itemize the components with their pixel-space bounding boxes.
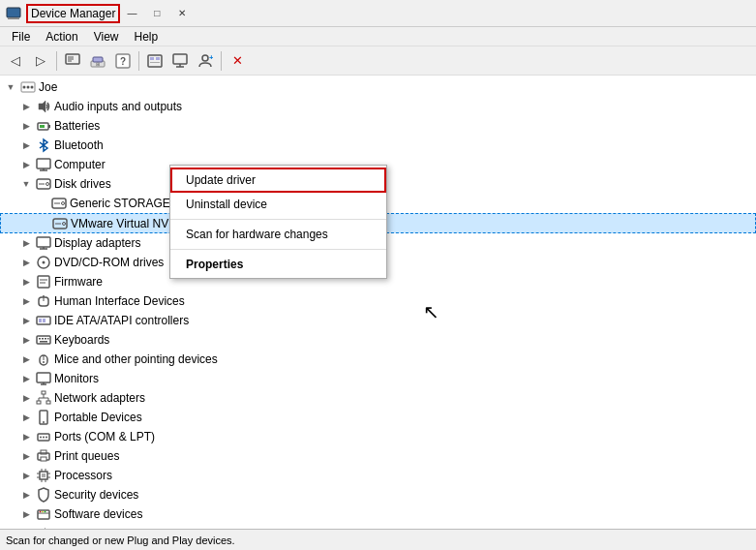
icon-bluetooth [36,138,51,153]
icon-dvd [36,255,51,270]
expand-display[interactable]: ▶ [19,236,33,250]
add-driver-button[interactable]: + [194,49,217,73]
expand-portable[interactable]: ▶ [19,411,33,424]
expand-bluetooth[interactable]: ▶ [19,138,33,152]
menu-view[interactable]: View [86,28,127,46]
tree-item-network[interactable]: ▶ Network adapters [0,388,756,408]
window-controls: — □ ✕ [120,5,194,22]
svg-rect-12 [148,55,162,67]
expand-security[interactable]: ▶ [19,488,33,502]
expand-processors[interactable]: ▶ [19,469,33,482]
tree-item-ide[interactable]: ▶ IDE ATA/ATAPI controllers [0,311,756,330]
tree-item-portable[interactable]: ▶ Portable Devices [0,408,756,427]
ctx-uninstall-device[interactable]: Uninstall device [170,193,386,216]
expand-network[interactable]: ▶ [19,391,33,405]
toolbar-separator-3 [221,51,222,71]
ctx-properties[interactable]: Properties [170,253,386,276]
status-bar: Scan for changed or new Plug and Play de… [0,529,756,550]
toolbar: ◁ ▷ ⊞ ? [0,46,756,76]
ctx-update-driver[interactable]: Update driver [170,168,386,193]
menu-file[interactable]: File [4,28,38,46]
app-icon [6,6,21,21]
tree-item-keyboards[interactable]: ▶ Keyboards [0,330,756,350]
label-display: Display adapters [54,236,140,250]
tree-item-audio[interactable]: ▶ Audio inputs and outputs [0,97,756,116]
expand-firmware[interactable]: ▶ [19,275,33,289]
maximize-button[interactable]: □ [145,5,168,22]
expand-ports[interactable]: ▶ [19,430,33,443]
svg-point-19 [202,55,208,61]
icon-portable [36,410,51,425]
expand-ide[interactable]: ▶ [19,314,33,327]
tree-item-software[interactable]: ▶ Software devices [0,504,756,524]
expand-joe[interactable]: ▼ [4,80,17,94]
svg-point-34 [46,183,49,186]
icon-security [36,487,51,503]
expand-batteries[interactable]: ▶ [19,119,33,133]
svg-rect-69 [37,401,41,404]
tree-item-joe[interactable]: ▼ Joe [0,77,756,97]
icon-vmware [52,216,68,231]
icon-mice [36,351,51,367]
tree-item-monitors[interactable]: ▶ Monitors [0,369,756,388]
label-processors: Processors [54,469,112,482]
ctx-update-driver-label: Update driver [186,173,256,187]
expand-monitors[interactable]: ▶ [19,372,33,385]
tree-item-batteries[interactable]: ▶ Batteries [0,116,756,136]
tree-item-security[interactable]: ▶ Security devices [0,485,756,504]
label-joe: Joe [39,80,57,94]
expand-vmware [36,217,49,230]
svg-rect-55 [43,319,45,322]
expand-mice[interactable]: ▶ [19,352,33,366]
close-button[interactable]: ✕ [170,5,194,22]
ctx-scan[interactable]: Scan for hardware changes [170,223,386,246]
tree-item-bluetooth[interactable]: ▶ Bluetooth [0,136,756,155]
forward-button[interactable]: ▷ [29,49,52,73]
expand-sound[interactable]: ▶ [19,527,33,529]
icon-monitors [36,371,51,386]
label-print: Print queues [54,449,119,463]
ctx-uninstall-device-label: Uninstall device [186,198,267,211]
tree-item-sound[interactable]: ▶ Sound, video and game controllers [0,524,756,529]
label-keyboards: Keyboards [54,333,109,347]
tree-item-ports[interactable]: ▶ Ports (COM & LPT) [0,427,756,446]
svg-text:⊞: ⊞ [96,60,100,66]
expand-audio[interactable]: ▶ [19,100,33,113]
label-batteries: Batteries [54,119,100,133]
expand-print[interactable]: ▶ [19,449,33,463]
update-driver-button[interactable]: ⊞ [86,49,109,73]
label-network: Network adapters [54,391,145,405]
help-button[interactable]: ? [111,49,135,73]
label-software: Software devices [54,507,142,521]
label-mice: Mice and other pointing devices [54,352,218,366]
expand-dvd[interactable]: ▶ [19,256,33,269]
label-portable: Portable Devices [54,411,142,424]
expand-software[interactable]: ▶ [19,507,33,521]
show-processes-button[interactable] [143,49,166,73]
svg-rect-70 [46,401,50,404]
minimize-button[interactable]: — [120,5,143,22]
icon-display [36,235,51,251]
properties-button[interactable] [61,49,84,73]
label-hid: Human Interface Devices [54,294,185,308]
icon-processors [36,468,51,483]
menu-help[interactable]: Help [127,28,166,46]
menu-action[interactable]: Action [38,28,85,46]
expand-diskdrives[interactable]: ▼ [19,177,33,191]
icon-computer [36,157,51,172]
network-button[interactable] [168,49,192,73]
tree-item-mice[interactable]: ▶ Mice and other pointing devices [0,350,756,369]
expand-computer[interactable]: ▶ [19,158,33,171]
svg-rect-14 [156,57,160,60]
tree-item-print[interactable]: ▶ Print queues [0,446,756,466]
expand-keyboards[interactable]: ▶ [19,333,33,347]
tree-item-hid[interactable]: ▶ Human Interface Devices [0,291,756,311]
back-button[interactable]: ◁ [4,49,27,73]
ctx-separator [170,219,386,220]
svg-rect-65 [37,373,50,382]
expand-hid[interactable]: ▶ [19,294,33,308]
svg-point-46 [43,261,45,264]
device-tree[interactable]: ▼ Joe ▶ [0,76,756,529]
tree-item-processors[interactable]: ▶ Processors [0,466,756,485]
remove-button[interactable]: ✕ [226,49,249,73]
